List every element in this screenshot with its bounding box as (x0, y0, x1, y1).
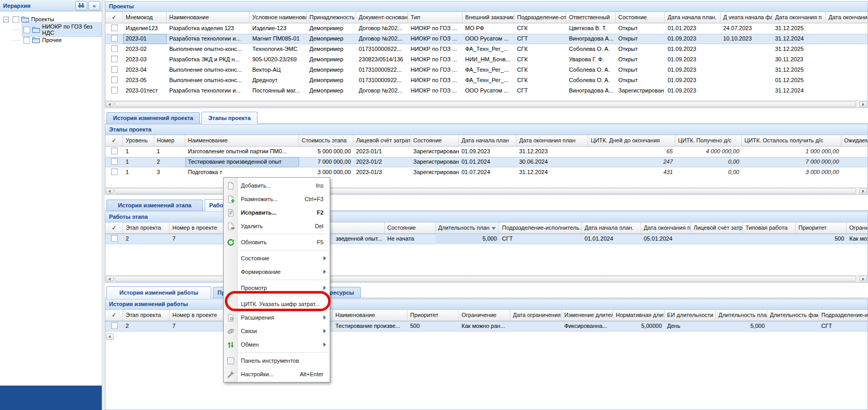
column-header-Дата начала план[interactable]: Дата начала план (459, 135, 517, 146)
scroll-right-icon[interactable] (859, 188, 867, 194)
table-row[interactable]: 27зведенной опыт...Не начата5,000СГТ01.0… (105, 234, 867, 244)
column-header-Ограничение[interactable]: Ограничение (459, 310, 510, 321)
menu-item-Добавить...[interactable]: Добавить...Ins (224, 179, 330, 192)
column-header-Внешний заказчик[interactable]: Внешний заказчик (463, 12, 514, 23)
column-header-Длительность план[interactable]: Длительность план (436, 222, 499, 233)
horizontal-scrollbar[interactable] (105, 187, 867, 194)
column-header-Подразделение-и[interactable]: Подразделение-и (819, 310, 867, 321)
menu-item-Обновить[interactable]: ОбновитьF5 (224, 235, 330, 249)
table-row[interactable]: 11Изготовление опытной партии ПМ0...5 00… (105, 147, 867, 157)
table-row[interactable]: 2023-05Выполнение опытно-конс...Дредноут… (105, 75, 867, 86)
scroll-left-icon[interactable] (106, 101, 114, 107)
horizontal-scrollbar[interactable] (105, 275, 867, 282)
column-header-Подразделение-от[interactable]: Подразделение-от (514, 12, 566, 23)
column-header-Д veата начала факт.[interactable]: Д veата начала факт. (721, 12, 772, 23)
menu-item-Настройки...[interactable]: Настройки...Alt+Enter (224, 367, 330, 381)
column-header-Уровень[interactable]: Уровень (123, 135, 154, 146)
scroll-left-icon[interactable] (106, 334, 114, 340)
column-header-Условное наименова[interactable]: Условное наименова (250, 12, 307, 23)
expander-minus-icon[interactable]: − (3, 17, 9, 22)
row-checkbox[interactable] (111, 87, 118, 94)
menu-item-Панель инструментов[interactable]: Панель инструментов (224, 354, 330, 367)
column-header-Приоритет[interactable]: Приоритет (796, 222, 847, 233)
column-header-Дата окончания план[interactable]: Дата окончания план (641, 222, 691, 233)
table-row[interactable]: 2023-01Разработка технологии и...Магнит … (105, 34, 867, 44)
column-header-✓[interactable]: ✓ (105, 222, 123, 233)
column-header-Документ-основан[interactable]: Документ-основан (356, 12, 408, 23)
column-header-Состояние[interactable]: Состояние (616, 12, 665, 23)
column-header-Дата начала план.[interactable]: Дата начала план. (665, 12, 721, 23)
column-header-Мнемокод[interactable]: Мнемокод (123, 12, 167, 23)
scrollbar-thumb[interactable] (115, 101, 856, 107)
table-row[interactable]: 2023-03Разработка ЭКД и РКД н...905-U020… (105, 55, 867, 65)
row-checkbox[interactable] (111, 322, 118, 329)
menu-item-Связи[interactable]: Связи (224, 324, 330, 338)
search-binoculars-button[interactable] (75, 1, 87, 10)
column-header-Нормативная длит[interactable]: Нормативная длит (613, 310, 664, 321)
row-checkbox[interactable] (111, 24, 118, 31)
table-row[interactable]: 12Тестирование произведенной опыт7 000 0… (105, 157, 867, 167)
column-header-Номер в проекте[interactable]: Номер в проекте (170, 222, 227, 233)
tree-checkbox[interactable] (12, 16, 19, 23)
menu-item-Размножить...[interactable]: Размножить...Ctrl+F3 (224, 192, 330, 206)
column-header-✓[interactable]: ✓ (105, 310, 123, 321)
column-header-Длительность фак[interactable]: Длительность фак (767, 310, 819, 321)
menu-item-Удалить[interactable]: УдалитьDel (224, 219, 330, 233)
scroll-right-icon[interactable] (859, 101, 867, 107)
row-checkbox[interactable] (111, 76, 118, 83)
column-header-Типовая работа[interactable]: Типовая работа (743, 222, 796, 233)
column-header-Дата окончания[interactable]: Дата окончания (826, 12, 867, 23)
column-header-✓[interactable]: ✓ (105, 12, 123, 23)
tree-node-label[interactable]: Прочее (42, 37, 62, 43)
tab-Этапы проекта[interactable]: Этапы проекта (201, 112, 257, 124)
table-row[interactable]: 2023-01тестРазработка технологии и...Пос… (105, 86, 867, 96)
column-header-Состояние[interactable]: Состояние (385, 222, 436, 233)
table-row[interactable]: 13Подготовка т3 000 000,002023-01/3Зарег… (105, 167, 867, 178)
column-header-Наименование[interactable]: Наименование (333, 310, 408, 321)
table-row[interactable]: Изделие123Разработка изделия 123Изделие-… (105, 23, 867, 34)
menu-item-Исправить...[interactable]: Исправить...F2 (224, 206, 330, 219)
column-header-Дата окончания план[interactable]: Дата окончания план (517, 135, 588, 146)
column-header-Дата начала план.[interactable]: Дата начала план. (582, 222, 641, 233)
menu-item-Обмен[interactable]: Обмен (224, 338, 330, 351)
column-header-Ожидаемь[interactable]: Ожидаемь (842, 135, 867, 146)
table-row[interactable]: 2023-04Выполнение опытно-конс...Вектор-А… (105, 65, 867, 75)
column-header-Приоритет[interactable]: Приоритет (408, 310, 459, 321)
row-checkbox[interactable] (111, 35, 118, 42)
column-header-Наименование[interactable]: Наименование (167, 12, 250, 23)
column-header-Этап проекта[interactable]: Этап проекта (123, 222, 170, 233)
tab-История изменений этапа[interactable]: История изменений этапа (106, 200, 203, 210)
table-row[interactable]: 27Тестирование произве...500Как можно ра… (105, 321, 867, 332)
row-checkbox[interactable] (111, 158, 118, 165)
column-header-Этап проекта[interactable]: Этап проекта (123, 310, 170, 321)
column-header-✓[interactable]: ✓ (105, 135, 123, 146)
column-header-Номер[interactable]: Номер (154, 135, 185, 146)
column-header-ЦИТК. Дней до окончания[interactable]: ЦИТК. Дней до окончания (588, 135, 675, 146)
tab-История изменений работы[interactable]: История изменений работы (106, 286, 211, 298)
column-header-Тип[interactable]: Тип (408, 12, 463, 23)
table-row[interactable]: 2023-02Выполнение опытно-конс...Технолог… (105, 44, 867, 55)
column-header-Лицевой счёт затрат.[interactable]: Лицевой счёт затрат. (354, 135, 411, 146)
menu-item-Формирование[interactable]: Формирование (224, 265, 330, 279)
collapse-sidebar-button[interactable]: « (88, 1, 100, 10)
horizontal-scrollbar[interactable] (105, 100, 867, 108)
column-header-Ответственный[interactable]: Ответственный (566, 12, 616, 23)
tree-node-content[interactable]: Прочее (22, 36, 64, 45)
column-header-Наименование[interactable]: Наименование (185, 135, 299, 146)
row-checkbox[interactable] (111, 168, 118, 175)
column-header-ЕИ длительности[interactable]: ЕИ длительности (664, 310, 716, 321)
column-header-Состояние[interactable]: Состояние (411, 135, 459, 146)
scroll-left-icon[interactable] (106, 188, 114, 194)
column-header-Подразделение-исполнитель..[interactable]: Подразделение-исполнитель.. (499, 222, 582, 233)
column-header-Длительность пла[interactable]: Длительность пла (716, 310, 767, 321)
column-header-Принадлежность[interactable]: Принадлежность (307, 12, 356, 23)
tree-node-label[interactable]: Проекты (31, 16, 54, 22)
tree-checkbox[interactable] (23, 37, 30, 44)
row-checkbox[interactable] (111, 66, 118, 73)
scroll-left-icon[interactable] (106, 276, 114, 282)
row-checkbox[interactable] (111, 45, 118, 52)
column-header-Ограниче[interactable]: Ограниче (847, 222, 867, 233)
column-header-ЦИТК. Получено д/с[interactable]: ЦИТК. Получено д/с (675, 135, 742, 146)
column-header-Дата ограничения[interactable]: Дата ограничения (510, 310, 562, 321)
tab-История изменений проекта[interactable]: История изменений проекта (106, 112, 200, 123)
